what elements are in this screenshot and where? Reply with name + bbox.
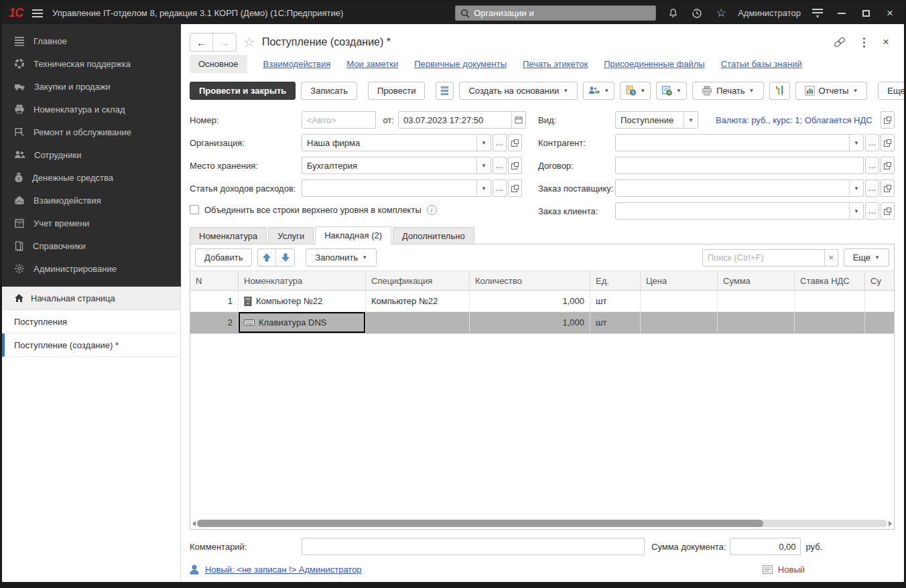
back-button[interactable]: ←: [190, 33, 213, 51]
create-reminder-button[interactable]: ▼: [656, 82, 687, 100]
sidebar-item-zakupki[interactable]: Закупки и продажи: [2, 75, 181, 98]
col-price[interactable]: Цена: [641, 271, 718, 291]
more-actions-button[interactable]: Еще▼: [878, 82, 906, 100]
history-icon[interactable]: [690, 6, 704, 21]
col-vat-sum[interactable]: Су: [865, 271, 894, 291]
sidebar-item-tehpodderzhka[interactable]: Техническая поддержка: [2, 52, 181, 75]
cell-price[interactable]: [641, 312, 718, 334]
cell-vat-sum[interactable]: [865, 291, 894, 312]
tab-pechat-etiketok[interactable]: Печать этикеток: [523, 59, 588, 69]
organization-open-button[interactable]: [508, 134, 522, 151]
col-nomenclature[interactable]: Номенклатура: [239, 271, 366, 291]
forward-button[interactable]: →: [213, 33, 236, 51]
fill-button[interactable]: Заполнить▼: [306, 248, 377, 267]
col-vat-rate[interactable]: Ставка НДС: [795, 271, 865, 291]
cell-vat-rate[interactable]: [795, 291, 865, 312]
cell-spec[interactable]: Компьютер №22: [366, 291, 470, 312]
sidebar-item-nomenklatura[interactable]: Номенклатура и склад: [2, 98, 181, 121]
col-unit[interactable]: Ед.: [590, 271, 641, 291]
notifications-bell-icon[interactable]: [665, 6, 680, 21]
sidebar-page-home[interactable]: Начальная страница: [2, 287, 180, 310]
service-menu-icon[interactable]: ▾: [810, 6, 825, 21]
change-form-button[interactable]: [769, 82, 790, 100]
storage-input[interactable]: Бухгалтерия: [302, 161, 476, 171]
client-order-choose-button[interactable]: …: [865, 202, 879, 220]
client-order-open-button[interactable]: [881, 202, 895, 220]
clear-search-button[interactable]: ×: [824, 250, 838, 266]
favorite-star-icon[interactable]: ☆: [243, 34, 255, 50]
sidebar-item-administrirovanie[interactable]: Администрирование: [2, 257, 181, 280]
table-row-selected[interactable]: 2 Клавиатура DNS 1,000 шт: [190, 312, 894, 334]
tab-moi-zametki[interactable]: Мои заметки: [346, 59, 398, 69]
global-search-box[interactable]: [455, 5, 656, 21]
storage-open-button[interactable]: [508, 157, 522, 174]
col-qty[interactable]: Количество: [470, 271, 590, 291]
grid-more-button[interactable]: Еще▼: [844, 248, 889, 267]
horizontal-scrollbar[interactable]: [190, 518, 894, 529]
storage-choose-button[interactable]: …: [493, 157, 507, 174]
document-status-link[interactable]: Новый: <не записан !> Администратор: [205, 565, 362, 575]
counterparty-choose-button[interactable]: …: [865, 134, 879, 151]
favorites-star-icon[interactable]: ☆: [714, 6, 728, 21]
move-row-up-button[interactable]: [258, 249, 276, 266]
sidebar-page-postuplenie-active[interactable]: Поступление (создание) *: [2, 334, 180, 357]
currency-settings-link[interactable]: Валюта: руб., курс: 1; Облагается НДС: [716, 115, 872, 125]
cell-vat-sum[interactable]: [865, 312, 894, 334]
print-button[interactable]: Печать▼: [692, 82, 764, 100]
sidebar-item-vzaimodeystviya[interactable]: Взаимодействия: [2, 189, 181, 212]
grid-search-input[interactable]: [703, 252, 824, 263]
client-order-dropdown-button[interactable]: ▼: [849, 203, 863, 219]
tab-pervichnye-dokumenty[interactable]: Первичные документы: [414, 59, 507, 69]
post-button[interactable]: Провести: [368, 82, 426, 100]
kind-input[interactable]: Поступление: [616, 115, 684, 125]
cell-spec[interactable]: [366, 312, 470, 334]
create-task-button[interactable]: ▼: [620, 82, 651, 100]
document-movements-button[interactable]: [436, 82, 454, 100]
more-menu-icon[interactable]: [863, 38, 865, 48]
scroll-right-arrow[interactable]: [889, 521, 892, 526]
cell-qty[interactable]: 1,000: [470, 291, 590, 312]
comment-input[interactable]: [302, 542, 644, 552]
kind-dropdown-button[interactable]: ▼: [684, 112, 698, 128]
organization-dropdown-button[interactable]: ▼: [476, 135, 491, 151]
main-menu-icon[interactable]: [32, 9, 43, 17]
grid-tab-nakladnaya[interactable]: Накладная (2): [315, 226, 391, 244]
cell-sum[interactable]: [718, 312, 795, 334]
col-spec[interactable]: Спецификация: [366, 271, 470, 291]
combine-checkbox[interactable]: [190, 205, 199, 214]
number-input[interactable]: [302, 115, 375, 125]
cell-n[interactable]: 2: [190, 312, 239, 334]
tab-vzaimodeystviya[interactable]: Взаимодействия: [263, 59, 331, 69]
cell-n[interactable]: 1: [190, 291, 239, 312]
post-and-close-button[interactable]: Провести и закрыть: [190, 82, 296, 100]
global-search-input[interactable]: [474, 8, 651, 18]
cell-qty[interactable]: 1,000: [470, 312, 590, 334]
tab-stati-bazy-znaniy[interactable]: Статьи базы знаний: [721, 59, 802, 69]
total-input[interactable]: [730, 542, 800, 552]
grid-tab-dopolnitelno[interactable]: Дополнительно: [393, 227, 474, 244]
supplier-order-open-button[interactable]: [881, 179, 895, 197]
info-icon[interactable]: i: [427, 205, 437, 215]
sidebar-item-uchet-vremeni[interactable]: 7 Учет времени: [2, 212, 181, 234]
sidebar-item-spravochniki[interactable]: Справочники: [2, 234, 181, 257]
current-user[interactable]: Администратор: [738, 8, 801, 18]
sidebar-page-postupleniya[interactable]: Поступления: [2, 310, 180, 334]
cell-price[interactable]: [641, 291, 718, 312]
close-form-icon[interactable]: ×: [883, 35, 889, 49]
currency-open-button[interactable]: [881, 111, 895, 129]
counterparty-open-button[interactable]: [881, 134, 895, 151]
expense-item-choose-button[interactable]: …: [493, 179, 507, 197]
sidebar-item-sotrudniki[interactable]: Сотрудники: [2, 143, 181, 166]
assign-responsible-button[interactable]: ▼: [583, 82, 614, 100]
organization-input[interactable]: Наша фирма: [302, 138, 476, 148]
sidebar-item-dengi[interactable]: s Денежные средства: [2, 166, 181, 189]
grid-tab-nomenklatura[interactable]: Номенклатура: [190, 227, 267, 244]
col-n[interactable]: N: [190, 271, 239, 291]
cell-vat-rate[interactable]: [795, 312, 865, 334]
scrollbar-thumb[interactable]: [197, 520, 763, 527]
maximize-button[interactable]: [858, 6, 873, 21]
col-sum[interactable]: Сумма: [718, 271, 795, 291]
expense-item-open-button[interactable]: [508, 179, 522, 197]
storage-dropdown-button[interactable]: ▼: [476, 157, 491, 173]
contract-open-button[interactable]: [881, 157, 895, 174]
